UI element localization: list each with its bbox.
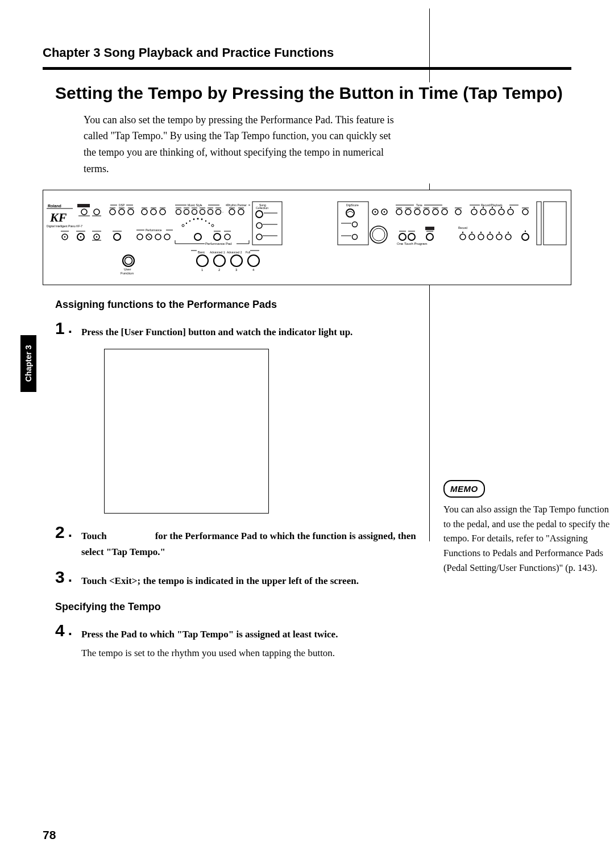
memo-body: You can also assign the Tap Tempo functi… [443, 502, 614, 575]
svg-point-61 [205, 220, 206, 221]
step-text: Touch <Exit>; the tempo is indicated in … [81, 569, 359, 590]
svg-text:2: 2 [218, 268, 221, 272]
svg-text:Performance: Performance [146, 228, 162, 232]
svg-point-130 [424, 209, 429, 215]
svg-point-30 [200, 209, 205, 214]
step-text: Press the [User Function] button and wat… [81, 320, 352, 341]
svg-point-132 [442, 209, 447, 215]
svg-point-56 [186, 222, 187, 223]
svg-point-123 [384, 211, 385, 212]
svg-point-54 [256, 234, 262, 240]
svg-point-121 [375, 211, 376, 212]
svg-point-57 [189, 220, 190, 221]
column-divider [429, 9, 430, 82]
svg-point-74 [96, 236, 97, 237]
step-dot: . [68, 622, 72, 639]
svg-point-52 [256, 223, 262, 228]
svg-point-148 [489, 209, 495, 215]
svg-point-12 [110, 209, 115, 215]
svg-point-75 [114, 233, 121, 240]
svg-text:Rhythm Partner: Rhythm Partner [227, 203, 247, 207]
svg-point-18 [142, 209, 147, 215]
instrument-panel-figure: .lbl{font:5px Arial;fill:#000} .lbl2{fon… [43, 190, 571, 285]
svg-point-146 [480, 209, 486, 215]
step-1: 1 . Press the [User Function] button and… [55, 320, 419, 341]
svg-point-70 [80, 236, 81, 237]
svg-text:Collection: Collection [256, 206, 268, 210]
step-number: 1 [55, 320, 65, 337]
svg-point-177 [505, 234, 511, 240]
svg-point-20 [160, 209, 165, 215]
screen-illustration-placeholder [104, 349, 269, 514]
svg-point-152 [508, 209, 513, 215]
svg-point-169 [469, 234, 475, 240]
svg-point-116 [352, 222, 358, 227]
svg-point-43 [229, 209, 235, 215]
subheading-assigning: Assigning functions to the Performance P… [55, 299, 571, 311]
svg-text:Music Style: Music Style [188, 203, 202, 207]
svg-point-151 [501, 206, 502, 207]
svg-text:Tone: Tone [416, 203, 422, 207]
svg-text:4: 4 [252, 268, 255, 272]
svg-point-118 [352, 234, 358, 239]
svg-rect-165 [425, 227, 434, 230]
svg-point-174 [489, 231, 491, 232]
subheading-specifying: Specifying the Tempo [55, 601, 571, 613]
svg-point-104 [214, 255, 225, 266]
svg-point-6 [94, 209, 99, 215]
page-number: 78 [43, 828, 56, 842]
content-area: Setting the Tempo by Pressing the Button… [43, 82, 571, 662]
step-number: 2 [55, 524, 65, 541]
intro-paragraph: You can also set the tempo by pressing t… [84, 112, 402, 177]
memo-box: MEMO You can also assign the Tap Tempo f… [443, 480, 614, 575]
svg-point-28 [184, 209, 189, 214]
panel-svg: .lbl{font:5px Arial;fill:#000} .lbl2{fon… [43, 190, 571, 285]
svg-text:Record/Playback: Record/Playback [481, 203, 503, 207]
svg-point-139 [455, 209, 461, 215]
svg-text:Digital Intelligent Piano  KF-: Digital Intelligent Piano KF-7 [47, 224, 82, 228]
svg-point-154 [522, 209, 528, 215]
svg-point-60 [201, 218, 203, 220]
svg-point-127 [396, 209, 402, 215]
svg-point-64 [211, 224, 214, 227]
svg-text:Full: Full [246, 251, 250, 254]
svg-point-144 [471, 209, 477, 215]
svg-point-170 [471, 231, 472, 232]
svg-point-59 [197, 218, 198, 219]
svg-text:Record: Record [458, 226, 467, 229]
svg-text:Advanced 2: Advanced 2 [227, 251, 242, 254]
svg-point-167 [460, 234, 466, 240]
svg-point-149 [492, 206, 493, 207]
step-3: 3 . Touch <Exit>; the tempo is indicated… [55, 569, 419, 590]
svg-point-157 [372, 228, 385, 241]
step-dot: . [68, 569, 72, 585]
svg-point-105 [231, 255, 242, 266]
svg-point-147 [483, 206, 484, 207]
step-text: Touch for the Performance Pad to which t… [81, 524, 419, 561]
step-4: 4 . Press the Pad to which "Tap Tempo" i… [55, 622, 419, 662]
svg-point-58 [193, 218, 195, 220]
svg-point-158 [399, 233, 406, 240]
svg-text:DSP: DSP [119, 203, 125, 207]
svg-point-180 [525, 230, 526, 231]
svg-point-84 [164, 234, 170, 240]
svg-point-44 [238, 209, 244, 215]
svg-text:Performance Pad: Performance Pad [205, 242, 232, 245]
step-fragment: for the Performance Pad to which the fun… [81, 531, 416, 558]
svg-point-103 [197, 255, 208, 266]
svg-text:Function: Function [121, 272, 134, 275]
svg-text:1: 1 [201, 268, 204, 272]
svg-point-87 [225, 234, 230, 240]
svg-rect-4 [77, 204, 90, 207]
step-dot: . [68, 320, 72, 336]
step-number: 4 [55, 622, 65, 639]
svg-text:Basic: Basic [198, 251, 205, 254]
chapter-header: Chapter 3 Song Playback and Practice Fun… [43, 45, 571, 60]
step-text: Press the Pad to which "Tap Tempo" is as… [81, 622, 338, 662]
svg-point-168 [462, 231, 463, 232]
svg-point-172 [480, 231, 482, 232]
memo-label: MEMO [443, 480, 485, 498]
svg-point-31 [208, 209, 213, 214]
svg-point-178 [508, 231, 509, 232]
svg-point-171 [478, 234, 484, 240]
